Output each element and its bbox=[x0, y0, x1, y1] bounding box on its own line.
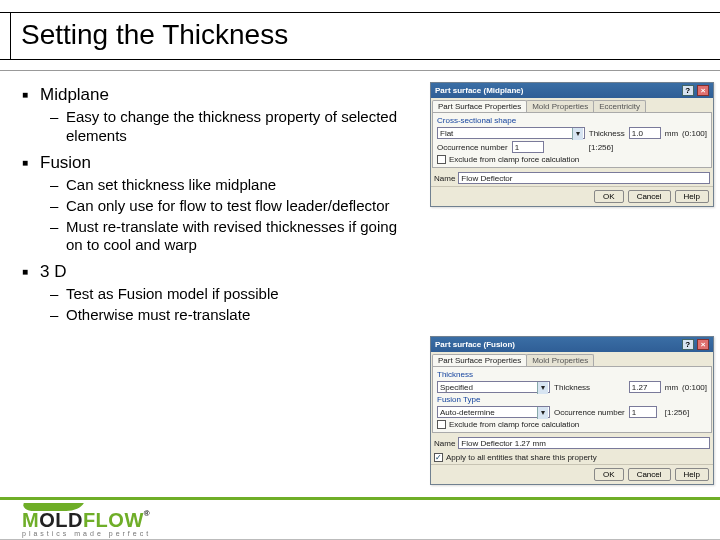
tab-mold-properties[interactable]: Mold Properties bbox=[526, 100, 594, 112]
input-thickness[interactable]: 1.0 bbox=[629, 127, 661, 139]
slide-title-frame: Setting the Thickness bbox=[0, 12, 720, 60]
dialog-title-text: Part surface (Midplane) bbox=[435, 86, 523, 95]
tab-part-surface-properties[interactable]: Part Surface Properties bbox=[432, 100, 527, 112]
checkbox-icon bbox=[437, 420, 446, 429]
bullet-label: Fusion bbox=[40, 153, 91, 172]
logo-letter-m: M bbox=[22, 509, 39, 531]
checkbox-icon bbox=[437, 155, 446, 164]
label-thickness: Thickness bbox=[589, 129, 625, 138]
footer-stripe bbox=[0, 497, 720, 500]
select-shape[interactable]: Flat bbox=[437, 127, 585, 139]
input-thickness[interactable]: 1.27 bbox=[629, 381, 661, 393]
dialog-part-surface-fusion: Part surface (Fusion) ? × Part Surface P… bbox=[430, 336, 714, 485]
checkbox-label: Exclude from clamp force calculation bbox=[449, 420, 579, 429]
slide-title: Setting the Thickness bbox=[21, 19, 710, 51]
dialog-titlebar[interactable]: Part surface (Fusion) ? × bbox=[431, 337, 713, 352]
bullet-midplane: Midplane Easy to change the thickness pr… bbox=[22, 84, 412, 146]
label-name: Name bbox=[434, 174, 455, 183]
input-name[interactable]: Flow Deflector bbox=[458, 172, 710, 184]
apply-row: ✓ Apply to all entities that share this … bbox=[431, 451, 713, 464]
label-thickness: Thickness bbox=[554, 383, 625, 392]
checkbox-label: Apply to all entities that share this pr… bbox=[446, 453, 597, 462]
tab-eccentricity[interactable]: Eccentricity bbox=[593, 100, 646, 112]
dialog-button-row: OK Cancel Help bbox=[431, 464, 713, 484]
select-thickness-mode[interactable]: Specified bbox=[437, 381, 550, 393]
window-controls: ? × bbox=[681, 339, 709, 350]
bullet-fusion: Fusion Can set thickness like midplane C… bbox=[22, 152, 412, 255]
tab-bar: Part Surface Properties Mold Properties … bbox=[431, 98, 713, 112]
input-occurrence[interactable]: 1 bbox=[512, 141, 544, 153]
checkbox-exclude-clamp[interactable]: Exclude from clamp force calculation bbox=[437, 155, 707, 164]
dialog-panel: Thickness Specified Thickness 1.27 mm (0… bbox=[432, 366, 712, 433]
name-row: Name Flow Deflector bbox=[431, 170, 713, 186]
logo-text-old: OLD bbox=[39, 509, 83, 531]
dialog-button-row: OK Cancel Help bbox=[431, 186, 713, 206]
help-button[interactable]: Help bbox=[675, 190, 709, 203]
select-fusion-type[interactable]: Auto-determine bbox=[437, 406, 550, 418]
slide-body: Midplane Easy to change the thickness pr… bbox=[22, 80, 412, 331]
subbullet: Otherwise must re-translate bbox=[40, 306, 412, 325]
label-range: (0:100] bbox=[682, 129, 707, 138]
help-button[interactable]: Help bbox=[675, 468, 709, 481]
subbullet: Easy to change the thickness property of… bbox=[40, 108, 412, 146]
label-name: Name bbox=[434, 439, 455, 448]
label-unit: mm bbox=[665, 383, 678, 392]
checkbox-exclude-clamp[interactable]: Exclude from clamp force calculation bbox=[437, 420, 707, 429]
cancel-button[interactable]: Cancel bbox=[628, 468, 671, 481]
help-icon[interactable]: ? bbox=[682, 339, 694, 350]
label-unit: mm bbox=[665, 129, 678, 138]
subbullet: Can only use for flow to test flow leade… bbox=[40, 197, 412, 216]
label-occurrence-range: [1:256] bbox=[665, 408, 707, 417]
label-occurrence: Occurrence number bbox=[437, 143, 508, 152]
logo-wordmark: MOLDFLOW® bbox=[22, 509, 202, 532]
dialog-part-surface-midplane: Part surface (Midplane) ? × Part Surface… bbox=[430, 82, 714, 207]
title-underline bbox=[0, 70, 720, 71]
subbullet: Test as Fusion model if possible bbox=[40, 285, 412, 304]
checkbox-apply-all[interactable]: ✓ Apply to all entities that share this … bbox=[434, 453, 597, 462]
logo-text-flow: FLOW bbox=[83, 509, 144, 531]
help-icon[interactable]: ? bbox=[682, 85, 694, 96]
bullet-label: 3 D bbox=[40, 262, 66, 281]
checkbox-label: Exclude from clamp force calculation bbox=[449, 155, 579, 164]
name-row: Name Flow Deflector 1.27 mm bbox=[431, 435, 713, 451]
label-occurrence-range: [1:256] bbox=[589, 143, 707, 152]
bullet-3d: 3 D Test as Fusion model if possible Oth… bbox=[22, 261, 412, 325]
close-icon[interactable]: × bbox=[697, 339, 709, 350]
label-fusion-type: Fusion Type bbox=[437, 395, 707, 404]
dialog-title-text: Part surface (Fusion) bbox=[435, 340, 515, 349]
moldflow-logo: MOLDFLOW® plastics made perfect bbox=[22, 503, 202, 537]
label-range: (0:100] bbox=[682, 383, 707, 392]
cancel-button[interactable]: Cancel bbox=[628, 190, 671, 203]
subbullet: Can set thickness like midplane bbox=[40, 176, 412, 195]
tab-bar: Part Surface Properties Mold Properties bbox=[431, 352, 713, 366]
bullet-label: Midplane bbox=[40, 85, 109, 104]
window-controls: ? × bbox=[681, 85, 709, 96]
dialog-panel: Cross-sectional shape Flat Thickness 1.0… bbox=[432, 112, 712, 168]
checkbox-icon: ✓ bbox=[434, 453, 443, 462]
ok-button[interactable]: OK bbox=[594, 468, 624, 481]
registered-icon: ® bbox=[144, 509, 150, 518]
label-occurrence: Occurrence number bbox=[554, 408, 625, 417]
label-cross-sectional-shape: Cross-sectional shape bbox=[437, 116, 707, 125]
input-name[interactable]: Flow Deflector 1.27 mm bbox=[458, 437, 710, 449]
close-icon[interactable]: × bbox=[697, 85, 709, 96]
dialog-titlebar[interactable]: Part surface (Midplane) ? × bbox=[431, 83, 713, 98]
slide-title-box: Setting the Thickness bbox=[10, 13, 720, 59]
label-thickness-heading: Thickness bbox=[437, 370, 473, 379]
tab-mold-properties[interactable]: Mold Properties bbox=[526, 354, 594, 366]
tab-part-surface-properties[interactable]: Part Surface Properties bbox=[432, 354, 527, 366]
input-occurrence[interactable]: 1 bbox=[629, 406, 657, 418]
ok-button[interactable]: OK bbox=[594, 190, 624, 203]
subbullet: Must re-translate with revised thickness… bbox=[40, 218, 412, 256]
